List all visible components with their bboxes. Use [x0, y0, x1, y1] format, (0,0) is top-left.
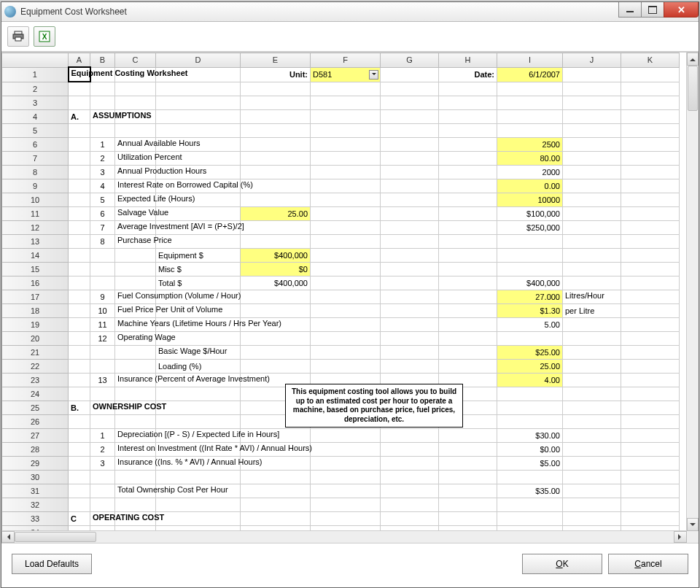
svg-text:X: X: [42, 33, 47, 41]
globe-icon: [4, 6, 16, 18]
column-headers[interactable]: ABCDEFGHIJK: [2, 53, 680, 68]
cancel-button[interactable]: Cancel: [608, 554, 688, 574]
spreadsheet-area: ABCDEFGHIJK 1 Equipment Costing Workshee…: [1, 52, 699, 543]
hscroll-thumb[interactable]: [15, 532, 96, 542]
cell-A1[interactable]: Equipment Costing Worksheet: [69, 67, 90, 82]
unit-dropdown[interactable]: D581: [311, 67, 381, 82]
scroll-right-button[interactable]: [674, 531, 687, 543]
print-button[interactable]: [7, 26, 29, 47]
vertical-scrollbar[interactable]: [686, 53, 699, 531]
printer-icon: [12, 31, 24, 42]
spreadsheet-grid[interactable]: ABCDEFGHIJK 1 Equipment Costing Workshee…: [1, 53, 687, 531]
excel-icon: X: [39, 31, 50, 42]
scroll-down-button[interactable]: [687, 518, 699, 531]
ok-button[interactable]: OK: [522, 554, 602, 574]
load-defaults-button[interactable]: Load Defaults: [12, 554, 92, 574]
title-bar[interactable]: Equipment Cost Worksheet ✕: [1, 2, 699, 22]
date-cell[interactable]: 6/1/2007: [497, 67, 563, 82]
toolbar: X: [1, 22, 699, 52]
svg-rect-2: [15, 37, 21, 41]
export-excel-button[interactable]: X: [34, 26, 55, 47]
svg-rect-0: [15, 31, 22, 34]
scroll-left-button[interactable]: [1, 531, 15, 543]
close-button[interactable]: ✕: [664, 2, 699, 18]
tooltip-note: This equipment costing tool allows you t…: [285, 384, 463, 428]
minimize-button[interactable]: [618, 2, 642, 18]
window-title: Equipment Cost Worksheet: [20, 7, 127, 17]
vscroll-thumb[interactable]: [688, 66, 698, 111]
scroll-up-button[interactable]: [687, 53, 699, 66]
dialog-footer: Load Defaults OK Cancel: [1, 543, 699, 584]
dialog-window: Equipment Cost Worksheet ✕ X ABCDEFGHIJK: [1, 1, 699, 588]
horizontal-scrollbar[interactable]: [1, 530, 687, 543]
maximize-button[interactable]: [641, 2, 664, 18]
